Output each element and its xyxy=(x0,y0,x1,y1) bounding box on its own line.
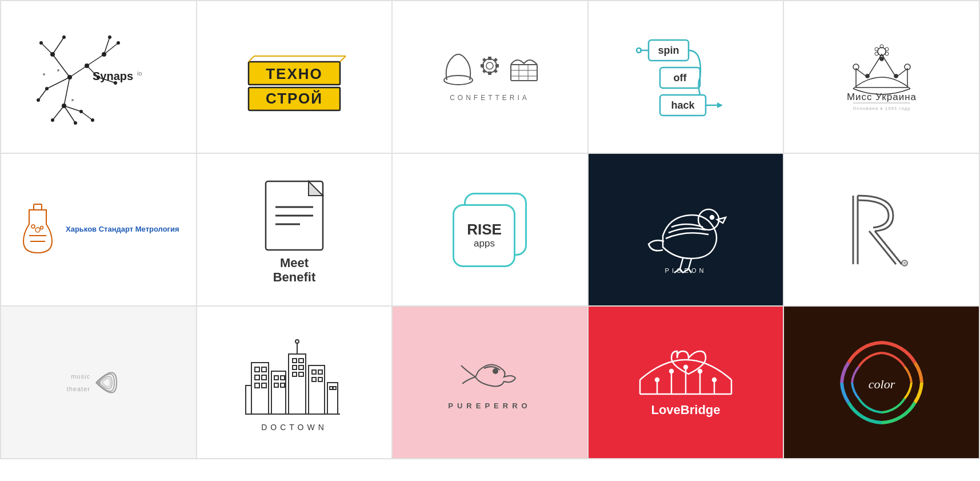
svg-rect-50 xyxy=(488,57,491,60)
svg-rect-52 xyxy=(481,64,484,67)
cell-spinoff[interactable]: spin off hack xyxy=(589,1,783,153)
svg-point-76 xyxy=(894,74,898,78)
svg-rect-131 xyxy=(293,359,297,363)
svg-marker-73 xyxy=(717,102,723,108)
cell-techno-stroy[interactable]: ТЕХНО СТРОЙ xyxy=(197,1,392,153)
cell-r-logo[interactable]: ® xyxy=(784,154,979,305)
svg-text:spin: spin xyxy=(658,45,679,56)
svg-text:СТРОЙ: СТРОЙ xyxy=(266,90,323,107)
logo-grid: Synaps io ТЕХНО СТРОЙ xyxy=(0,0,980,459)
svg-point-94 xyxy=(40,226,43,229)
svg-rect-136 xyxy=(299,372,303,376)
svg-line-112 xyxy=(875,231,902,264)
svg-point-27 xyxy=(74,121,77,125)
svg-rect-54 xyxy=(482,57,486,61)
svg-point-34 xyxy=(43,73,45,75)
music-theater-label: musictheater xyxy=(67,373,90,392)
svg-point-26 xyxy=(51,118,54,122)
cell-meetbenefit[interactable]: Meet Benefit xyxy=(197,154,392,305)
cell-rise-apps[interactable]: RISE apps xyxy=(393,154,587,305)
svg-rect-58 xyxy=(511,65,537,81)
svg-rect-142 xyxy=(312,377,316,381)
kharkiv-label: Харьков Стандарт Метрология xyxy=(66,224,179,236)
cell-synaps[interactable]: Synaps io xyxy=(1,1,196,153)
svg-text:Основана в 1991 году: Основана в 1991 году xyxy=(853,106,910,111)
cell-kharkiv[interactable]: Харьков Стандарт Метрология xyxy=(1,154,196,305)
svg-text:PUREPERRO: PUREPERRO xyxy=(449,402,531,410)
miss-ukraine-svg: Мисс Украина Основана в 1991 году xyxy=(836,37,927,117)
svg-line-3 xyxy=(70,66,87,77)
svg-text:off: off xyxy=(674,72,687,84)
svg-point-21 xyxy=(102,52,106,57)
svg-point-19 xyxy=(62,104,66,108)
svg-text:Benefit: Benefit xyxy=(273,270,316,284)
cell-pureperro[interactable]: PUREPERRO xyxy=(393,307,587,458)
svg-text:LoveBridge: LoveBridge xyxy=(651,403,721,417)
svg-rect-53 xyxy=(495,64,499,67)
svg-line-1 xyxy=(47,77,70,89)
cell-doctown[interactable]: DOCTOWN xyxy=(197,307,392,458)
cell-confetteria[interactable]: CONFETTERIA xyxy=(393,1,587,153)
svg-point-67 xyxy=(637,48,641,53)
cell-lovebridge[interactable]: LoveBridge xyxy=(589,307,783,458)
svg-point-49 xyxy=(486,62,493,69)
svg-rect-123 xyxy=(262,383,266,388)
rise-title: RISE xyxy=(467,221,502,238)
svg-point-149 xyxy=(493,369,498,373)
svg-line-4 xyxy=(87,54,104,66)
svg-line-44 xyxy=(249,56,254,62)
svg-point-28 xyxy=(79,110,83,113)
svg-point-25 xyxy=(37,98,40,102)
svg-text:color: color xyxy=(868,377,895,391)
svg-rect-124 xyxy=(246,385,251,414)
svg-point-93 xyxy=(31,225,35,228)
svg-point-29 xyxy=(91,118,94,122)
svg-point-33 xyxy=(57,69,59,71)
svg-line-10 xyxy=(53,106,64,120)
synaps-svg: Synaps io xyxy=(35,20,161,134)
svg-line-113 xyxy=(869,231,896,264)
svg-rect-126 xyxy=(274,376,278,380)
svg-rect-143 xyxy=(318,377,322,381)
svg-point-84 xyxy=(875,52,878,55)
svg-text:DOCTOWN: DOCTOWN xyxy=(261,423,327,432)
svg-point-16 xyxy=(67,75,72,79)
svg-text:hack: hack xyxy=(671,100,695,111)
svg-point-102 xyxy=(710,216,714,219)
cell-pigeon[interactable]: PIGEON xyxy=(589,154,783,305)
svg-line-13 xyxy=(81,112,93,120)
svg-line-45 xyxy=(340,56,346,62)
svg-rect-146 xyxy=(333,387,336,389)
svg-text:Synaps: Synaps xyxy=(93,70,133,82)
svg-point-138 xyxy=(295,340,299,343)
r-logo-svg: ® xyxy=(836,184,927,276)
svg-point-83 xyxy=(885,47,889,51)
svg-rect-140 xyxy=(312,370,316,374)
svg-rect-132 xyxy=(299,359,303,363)
pigeon-svg: PIGEON xyxy=(634,184,737,276)
svg-text:Мисс Украина: Мисс Украина xyxy=(847,92,917,102)
svg-point-159 xyxy=(684,365,687,369)
svg-point-74 xyxy=(866,74,869,78)
doctown-svg: DOCTOWN xyxy=(243,328,346,437)
cell-color[interactable]: color xyxy=(784,307,979,458)
svg-point-161 xyxy=(713,378,716,381)
svg-text:Meet: Meet xyxy=(280,256,309,270)
svg-rect-145 xyxy=(330,387,333,389)
cell-music-theater[interactable]: musictheater xyxy=(1,307,196,458)
svg-point-158 xyxy=(670,369,673,373)
svg-text:io: io xyxy=(137,70,142,77)
svg-point-47 xyxy=(444,75,473,85)
pureperro-svg: PUREPERRO xyxy=(438,337,541,428)
svg-text:PIGEON: PIGEON xyxy=(665,267,707,274)
cell-miss-ukraine[interactable]: Мисс Украина Основана в 1991 году xyxy=(784,1,979,153)
svg-rect-133 xyxy=(293,365,297,369)
svg-rect-57 xyxy=(494,69,498,73)
svg-point-85 xyxy=(885,52,889,55)
svg-rect-56 xyxy=(482,69,486,73)
svg-point-18 xyxy=(45,87,49,90)
svg-rect-134 xyxy=(299,365,303,369)
rise-sub: apps xyxy=(474,238,495,249)
svg-rect-122 xyxy=(255,383,259,388)
svg-line-9 xyxy=(38,89,47,100)
